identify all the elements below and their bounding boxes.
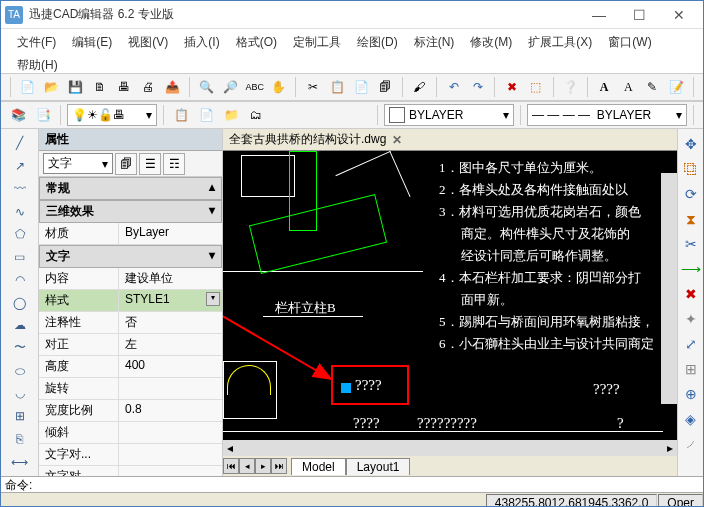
menu-window[interactable]: 窗口(W) xyxy=(600,31,659,54)
match-icon[interactable]: 🖌 xyxy=(409,76,430,98)
new-icon[interactable]: 📄 xyxy=(17,76,38,98)
tab-nav-next[interactable]: ▸ xyxy=(255,458,271,474)
move-icon[interactable]: ✥ xyxy=(680,133,702,155)
extend-icon[interactable]: ⟶ xyxy=(680,258,702,280)
stretch-icon[interactable]: ⤢ xyxy=(680,333,702,355)
tab-nav-last[interactable]: ⏭ xyxy=(271,458,287,474)
prop-justify[interactable]: 左 xyxy=(119,334,222,355)
erase-icon[interactable]: ✖ xyxy=(680,283,702,305)
menu-modify[interactable]: 修改(M) xyxy=(462,31,520,54)
grip-icon[interactable]: ◈ xyxy=(680,408,702,430)
maximize-button[interactable]: ☐ xyxy=(619,3,659,27)
menu-dim[interactable]: 标注(N) xyxy=(406,31,463,54)
prop-rotation[interactable] xyxy=(119,378,222,399)
cloud-icon[interactable]: ☁ xyxy=(6,315,34,336)
xline-icon[interactable]: ↗ xyxy=(6,156,34,177)
group-general[interactable]: 常规▴ xyxy=(39,177,222,200)
menu-insert[interactable]: 插入(I) xyxy=(176,31,227,54)
find-icon[interactable]: 🔍 xyxy=(196,76,217,98)
spline-icon[interactable]: ∿ xyxy=(6,201,34,222)
prop-btn3[interactable]: ☶ xyxy=(163,153,185,175)
spell-icon[interactable]: ABC xyxy=(244,76,265,98)
prop-oblique[interactable] xyxy=(119,422,222,443)
menu-help[interactable]: 帮助(H) xyxy=(9,54,66,77)
print-preview-icon[interactable]: 🖶 xyxy=(114,76,135,98)
polyline-icon[interactable]: 〰 xyxy=(6,178,34,199)
minimize-button[interactable]: — xyxy=(579,3,619,27)
help-icon[interactable]: ❔ xyxy=(559,76,580,98)
zoom-icon[interactable]: 🔎 xyxy=(220,76,241,98)
menu-ext[interactable]: 扩展工具(X) xyxy=(520,31,600,54)
trim-icon[interactable]: ✂ xyxy=(680,233,702,255)
layer-tool2-icon[interactable]: 📄 xyxy=(195,104,217,126)
layer-mgr-icon[interactable]: 📚 xyxy=(7,104,29,126)
tab-nav-prev[interactable]: ◂ xyxy=(239,458,255,474)
color-dropdown[interactable]: BYLAYER▾ xyxy=(384,104,514,126)
polygon-icon[interactable]: ⬠ xyxy=(6,224,34,245)
tab-nav-first[interactable]: ⏮ xyxy=(223,458,239,474)
copy2-icon[interactable]: ⿻ xyxy=(680,158,702,180)
cut-icon[interactable]: ✂ xyxy=(302,76,323,98)
explode-icon[interactable]: ✦ xyxy=(680,308,702,330)
text-a2-icon[interactable]: A xyxy=(618,76,639,98)
menu-file[interactable]: 文件(F) xyxy=(9,31,64,54)
array-icon[interactable]: ⊞ xyxy=(680,358,702,380)
layer-tool1-icon[interactable]: 📋 xyxy=(170,104,192,126)
arc-icon[interactable]: ◠ xyxy=(6,269,34,290)
linetype-dropdown[interactable]: — — — — BYLAYER▾ xyxy=(527,104,687,126)
close-doc-icon[interactable]: ✕ xyxy=(392,133,402,147)
prop-btn2[interactable]: ☰ xyxy=(139,153,161,175)
mirror-icon[interactable]: ⧗ xyxy=(680,208,702,230)
menu-view[interactable]: 视图(V) xyxy=(120,31,176,54)
tab-layout1[interactable]: Layout1 xyxy=(346,458,411,475)
redo-icon[interactable]: ↷ xyxy=(467,76,488,98)
layer-state-dropdown[interactable]: 💡☀🔓🖶 ▾ xyxy=(67,104,157,126)
rect-icon[interactable]: ▭ xyxy=(6,247,34,268)
pan-icon[interactable]: ✋ xyxy=(268,76,289,98)
menu-draw[interactable]: 绘图(D) xyxy=(349,31,406,54)
block-icon[interactable]: ⊞ xyxy=(6,406,34,427)
spline2-icon[interactable]: 〜 xyxy=(6,338,34,359)
open-icon[interactable]: 📂 xyxy=(41,76,62,98)
selected-text-grip[interactable] xyxy=(341,383,351,393)
prop-widthf[interactable]: 0.8 xyxy=(119,400,222,421)
vertical-scrollbar[interactable] xyxy=(661,173,677,404)
publish-icon[interactable]: 📤 xyxy=(162,76,183,98)
horizontal-scrollbar[interactable]: ◂ ▸ xyxy=(223,440,677,456)
select-icon[interactable]: ⬚ xyxy=(525,76,546,98)
join-icon[interactable]: ⊕ xyxy=(680,383,702,405)
menu-edit[interactable]: 编辑(E) xyxy=(64,31,120,54)
prop-annotative[interactable]: 否 xyxy=(119,312,222,333)
insert-icon[interactable]: ⎘ xyxy=(6,429,34,450)
prop-material[interactable]: ByLayer xyxy=(119,223,222,244)
prop-btn1[interactable]: 🗐 xyxy=(115,153,137,175)
rotate-icon[interactable]: ⟳ xyxy=(680,183,702,205)
text-style-icon[interactable]: 📝 xyxy=(666,76,687,98)
prop-content[interactable]: 建设单位 xyxy=(119,268,222,289)
menu-format[interactable]: 格式(O) xyxy=(228,31,285,54)
command-line[interactable]: 命令: xyxy=(1,476,703,492)
prop-height[interactable]: 400 xyxy=(119,356,222,377)
text-edit-icon[interactable]: ✎ xyxy=(642,76,663,98)
layer-tool4-icon[interactable]: 🗂 xyxy=(245,104,267,126)
circle-icon[interactable]: ◯ xyxy=(6,292,34,313)
copy-icon[interactable]: 📋 xyxy=(327,76,348,98)
paste-icon[interactable]: 📄 xyxy=(351,76,372,98)
layer-tool3-icon[interactable]: 📁 xyxy=(220,104,242,126)
layer-mgr2-icon[interactable]: 📑 xyxy=(32,104,54,126)
group-text[interactable]: 文字▾ xyxy=(39,245,222,268)
group-3d[interactable]: 三维效果▾ xyxy=(39,200,222,223)
text-a-icon[interactable]: A xyxy=(594,76,615,98)
prop-ta2[interactable] xyxy=(119,466,222,476)
close-button[interactable]: ✕ xyxy=(659,3,699,27)
dim-icon[interactable]: ⟷ xyxy=(6,451,34,472)
line-icon[interactable]: ╱ xyxy=(6,133,34,154)
tab-model[interactable]: Model xyxy=(291,458,346,475)
ellipse-arc-icon[interactable]: ◡ xyxy=(6,383,34,404)
selection-filter[interactable]: 文字▾ xyxy=(43,153,113,174)
document-tab[interactable]: 全套古典拱桥的结构设计.dwg✕ xyxy=(223,129,677,151)
undo-icon[interactable]: ↶ xyxy=(443,76,464,98)
save-icon[interactable]: 💾 xyxy=(65,76,86,98)
menu-customtools[interactable]: 定制工具 xyxy=(285,31,349,54)
clone-icon[interactable]: 🗐 xyxy=(375,76,396,98)
